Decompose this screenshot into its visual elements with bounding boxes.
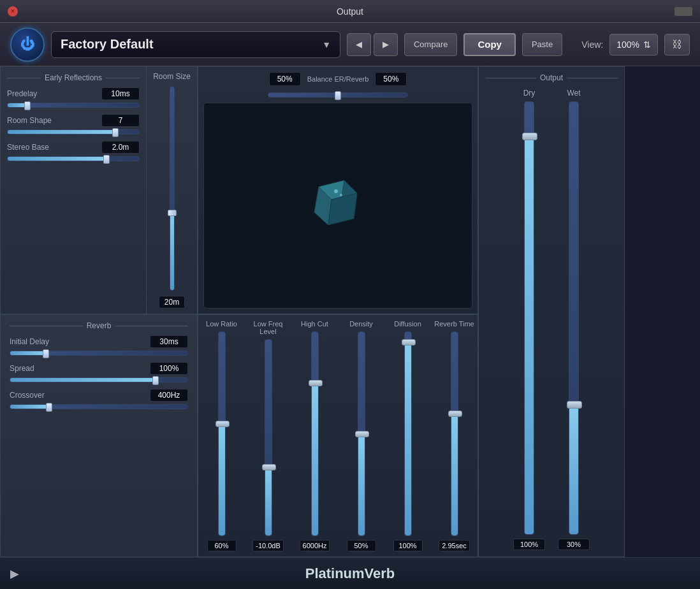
plugin-name: PlatinumVerb: [305, 565, 395, 582]
stereo-base-label: Stereo Base: [7, 143, 49, 152]
density-label: Density: [349, 320, 373, 328]
balance-label: Balance ER/Reverb: [307, 75, 369, 83]
wet-fill: [569, 405, 578, 534]
wet-fader[interactable]: [569, 101, 579, 535]
view-select[interactable]: 100% ⇅: [609, 34, 658, 55]
plugin-body: Early Reflections Predelay 10ms Room Sha…: [0, 66, 700, 557]
nav-buttons: ◀ ▶: [347, 33, 398, 56]
preset-dropdown[interactable]: Factory Default ▼: [51, 31, 340, 58]
predelay-slider[interactable]: [7, 103, 140, 108]
reverb-time-value: 2.95sec: [439, 540, 470, 551]
svg-point-5: [340, 194, 342, 196]
room-size-slider[interactable]: [150, 86, 193, 291]
dry-fader-col: Dry 100%: [513, 89, 545, 550]
svg-point-4: [334, 189, 338, 193]
prev-button[interactable]: ◀: [347, 33, 371, 56]
room-size-fill: [170, 213, 174, 290]
reverb-time-fill: [451, 414, 458, 535]
low-ratio-fill: [219, 424, 225, 535]
close-button[interactable]: ×: [8, 6, 18, 17]
crossover-value: 400Hz: [150, 389, 188, 402]
spread-label: Spread: [10, 364, 34, 373]
room-size-thumb: [168, 210, 177, 216]
stereo-base-thumb: [103, 155, 110, 164]
view-value: 100%: [616, 40, 639, 50]
copy-button[interactable]: Copy: [463, 33, 516, 56]
dry-value: 100%: [513, 539, 545, 550]
reverb-title: Reverb: [10, 321, 188, 330]
link-icon: ⛓: [672, 39, 682, 50]
paste-label: Paste: [532, 40, 553, 49]
bottom-faders-panel: Low Ratio 60% Low Freq Level -10.0dB Hig…: [198, 314, 478, 557]
compare-label: Compare: [414, 40, 448, 49]
predelay-label: Predelay: [7, 89, 37, 98]
high-cut-value: 6000Hz: [300, 540, 330, 551]
initial-delay-label: Initial Delay: [10, 337, 49, 346]
low-freq-fader[interactable]: [265, 339, 272, 536]
reverb-time-label: Reverb Time: [434, 320, 474, 328]
dry-fill: [525, 136, 534, 534]
predelay-value: 10ms: [101, 87, 140, 100]
wet-thumb: [567, 401, 582, 409]
spread-fill: [10, 378, 156, 382]
high-cut-thumb: [309, 380, 323, 386]
next-icon: ▶: [383, 40, 389, 49]
spread-slider[interactable]: [10, 377, 188, 382]
room-shape-value: 7: [101, 114, 140, 127]
next-button[interactable]: ▶: [374, 33, 398, 56]
low-freq-value: -10.0dB: [252, 540, 284, 551]
crossover-label: Crossover: [10, 391, 45, 400]
paste-button[interactable]: Paste: [522, 33, 562, 56]
low-freq-fill: [265, 467, 272, 535]
reverb-time-fader[interactable]: [451, 331, 458, 536]
wet-label: Wet: [567, 89, 580, 98]
spread-value: 100%: [150, 362, 188, 375]
link-button[interactable]: ⛓: [664, 34, 690, 55]
diffusion-thumb: [402, 339, 416, 345]
title-bar: × Output: [0, 0, 700, 23]
stereo-base-value: 2.0m: [101, 141, 140, 154]
density-thumb: [355, 431, 369, 437]
view-arrows-icon: ⇅: [643, 40, 651, 50]
window-title: Output: [337, 6, 363, 17]
power-button[interactable]: ⏻: [10, 27, 45, 62]
room-shape-slider[interactable]: [7, 129, 140, 135]
crossover-slider[interactable]: [10, 404, 188, 409]
balance-thumb: [335, 91, 341, 100]
crossover-thumb: [46, 403, 52, 412]
initial-delay-thumb: [43, 349, 49, 358]
diffusion-fader[interactable]: [404, 331, 412, 536]
balance-slider[interactable]: [268, 92, 408, 98]
stereo-base-fill: [8, 157, 106, 161]
compare-button[interactable]: Compare: [404, 33, 457, 56]
initial-delay-value: 30ms: [150, 335, 188, 348]
top-center-panel: 50% Balance ER/Reverb 50%: [198, 66, 478, 314]
dry-fader[interactable]: [524, 101, 534, 535]
stereo-base-slider[interactable]: [7, 156, 140, 161]
bottom-bar: ▶ PlatinumVerb: [0, 557, 700, 589]
balance-section: 50% Balance ER/Reverb 50%: [198, 67, 478, 103]
dry-label: Dry: [523, 89, 536, 98]
low-freq-col: Low Freq Level -10.0dB: [245, 315, 291, 556]
high-cut-fader[interactable]: [311, 331, 319, 536]
output-title: Output: [485, 73, 618, 82]
top-left-panel: Early Reflections Predelay 10ms Room Sha…: [0, 66, 198, 314]
initial-delay-slider[interactable]: [10, 351, 188, 356]
wet-value: 30%: [558, 539, 590, 550]
room-size-track: [170, 86, 175, 291]
crossover-fill: [10, 405, 49, 409]
initial-delay-fill: [10, 351, 46, 355]
low-ratio-fader[interactable]: [218, 331, 226, 536]
density-value: 50%: [347, 540, 376, 551]
room-shape-fill: [8, 130, 115, 134]
balance-right-value: 50%: [375, 72, 407, 86]
output-panel: Output Dry 100% Wet 30%: [478, 66, 625, 557]
view-label: View:: [581, 40, 603, 50]
room-size-label: Room Size: [153, 72, 191, 81]
high-cut-fill: [312, 383, 318, 535]
density-fader[interactable]: [358, 331, 365, 536]
preset-name: Factory Default: [61, 37, 154, 52]
play-button[interactable]: ▶: [10, 567, 19, 581]
minimize-button[interactable]: [674, 7, 692, 16]
diffusion-fill: [405, 342, 411, 535]
